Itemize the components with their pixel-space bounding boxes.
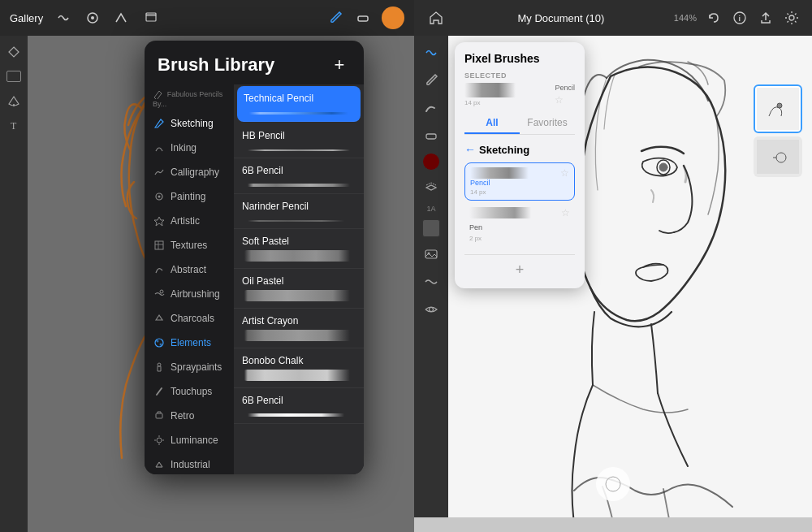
- brush-item-bonobo-chalk[interactable]: Bonobo Chalk: [234, 348, 364, 388]
- pb-stroke-pen: [469, 207, 534, 218]
- pixel-brushes-panel: Pixel Brushes SELECTED 14 px Pencil ☆ Al…: [455, 42, 585, 288]
- pb-brush-pencil[interactable]: ☆ Pencil 14 px: [464, 162, 575, 201]
- pen-favorite-star[interactable]: ☆: [561, 207, 570, 218]
- fabulous-pencils-item[interactable]: Fabulous Pencils By...: [145, 84, 234, 111]
- category-inking[interactable]: Inking: [145, 136, 234, 160]
- share-button[interactable]: [757, 9, 775, 27]
- textures-icon: [153, 239, 166, 252]
- home-button[interactable]: [425, 7, 447, 28]
- pixel-brushes-title: Pixel Brushes: [464, 52, 575, 65]
- tab-favorites[interactable]: Favorites: [520, 113, 575, 134]
- category-label: Luminance: [171, 435, 218, 446]
- layers-icon[interactable]: [142, 9, 160, 27]
- tab-all[interactable]: All: [464, 113, 520, 134]
- category-calligraphy[interactable]: Calligraphy: [145, 160, 234, 184]
- svg-point-16: [160, 290, 163, 293]
- brush-tool-icon[interactable]: [84, 9, 102, 27]
- category-industrial[interactable]: Industrial: [145, 452, 234, 474]
- circle-home-button[interactable]: [596, 467, 630, 501]
- pb-back-row: ← Sketching: [464, 143, 575, 156]
- undo-button[interactable]: [705, 9, 723, 27]
- document-title: My Document (10): [517, 12, 604, 24]
- brush-name: Soft Pastel: [242, 236, 356, 247]
- pencil-favorite-star[interactable]: ☆: [560, 167, 569, 179]
- left-panel: Gallery: [0, 0, 414, 532]
- brush-stroke-preview: [242, 413, 356, 417]
- pb-stroke-pencil: [470, 167, 535, 179]
- selected-stroke-preview: [464, 83, 521, 97]
- color-swatch-dark[interactable]: [422, 153, 440, 171]
- brush-item-technical-pencil[interactable]: Technical Pencil: [237, 86, 361, 122]
- brush-item-hb-pencil[interactable]: HB Pencil: [234, 123, 364, 158]
- color-swatch-gray[interactable]: [422, 219, 440, 237]
- category-artistic[interactable]: Artistic: [145, 209, 234, 233]
- pb-brush-pen[interactable]: ☆ Pen 2 px: [464, 203, 575, 246]
- bottom-bar: [414, 517, 812, 532]
- svg-point-37: [659, 163, 667, 171]
- brush-item-6b-pencil[interactable]: 6B Pencil: [234, 158, 364, 194]
- category-sketching[interactable]: Sketching: [145, 111, 234, 136]
- favorite-star[interactable]: ☆: [555, 94, 564, 106]
- right-canvas[interactable]: 1A: [414, 36, 812, 517]
- category-retro[interactable]: Retro: [145, 404, 234, 428]
- brush-item-artist-crayon[interactable]: Artist Crayon: [234, 309, 364, 348]
- svg-rect-40: [757, 140, 799, 174]
- category-label: Inking: [171, 142, 197, 154]
- rt-modify-icon[interactable]: [421, 42, 442, 63]
- sketching-icon: [153, 117, 166, 130]
- brush-item-6b-pencil-2[interactable]: 6B Pencil: [234, 388, 364, 424]
- brush-stroke-preview: [242, 149, 356, 151]
- back-arrow-icon[interactable]: ←: [464, 143, 476, 156]
- rt-wave-icon[interactable]: [421, 271, 442, 292]
- category-painting[interactable]: Painting: [145, 184, 234, 209]
- pb-add-button[interactable]: +: [516, 262, 525, 279]
- smudge-icon[interactable]: [113, 9, 131, 27]
- category-touchups[interactable]: Touchups: [145, 379, 234, 404]
- selection-icon[interactable]: [4, 67, 24, 86]
- category-label: Touchups: [171, 386, 212, 397]
- info-button[interactable]: i: [731, 9, 749, 27]
- category-spraypaints[interactable]: Spraypaints: [145, 355, 234, 379]
- widget-thumbnail-secondary[interactable]: [754, 136, 802, 177]
- pb-tabs: All Favorites: [464, 113, 575, 135]
- modify-icon[interactable]: [54, 9, 72, 27]
- brush-stroke-preview: [242, 220, 356, 222]
- rt-eraser-icon[interactable]: [421, 125, 442, 146]
- right-tool-strip: 1A: [414, 36, 448, 517]
- add-brush-button[interactable]: +: [328, 54, 351, 76]
- category-label: Calligraphy: [171, 167, 219, 178]
- active-brush-icon[interactable]: [326, 9, 344, 27]
- brush-name: 6B Pencil: [242, 395, 356, 406]
- transform-icon[interactable]: [4, 42, 24, 62]
- pb-add-row: +: [464, 254, 575, 279]
- eraser-icon[interactable]: [354, 9, 372, 27]
- rt-brush-icon[interactable]: [421, 70, 442, 91]
- rt-layers-icon[interactable]: [421, 177, 442, 198]
- brush-item-narinder-pencil[interactable]: Narinder Pencil: [234, 194, 364, 229]
- pb-pen-size: 2 px: [469, 235, 570, 242]
- rt-image-icon[interactable]: [421, 244, 442, 265]
- fill-icon[interactable]: [4, 91, 24, 110]
- category-luminance[interactable]: Luminance: [145, 428, 234, 452]
- text-icon[interactable]: T: [4, 115, 24, 135]
- svg-point-19: [160, 344, 162, 346]
- brush-name: Technical Pencil: [244, 93, 354, 104]
- touchups-icon: [153, 385, 166, 398]
- widget-thumbnail-selected[interactable]: [754, 84, 802, 133]
- gallery-button[interactable]: Gallery: [10, 12, 43, 24]
- settings-button[interactable]: [783, 9, 801, 27]
- rt-eye-icon[interactable]: [421, 299, 442, 320]
- category-charcoals[interactable]: Charcoals: [145, 306, 234, 331]
- category-textures[interactable]: Textures: [145, 233, 234, 257]
- category-label: Textures: [171, 240, 207, 251]
- category-elements[interactable]: Elements: [145, 331, 234, 355]
- category-abstract[interactable]: Abstract: [145, 257, 234, 282]
- category-label: Artistic: [171, 215, 200, 227]
- category-label: Sketching: [171, 118, 214, 129]
- calligraphy-icon: [153, 166, 166, 179]
- rt-smudge-icon[interactable]: [421, 97, 442, 119]
- color-picker[interactable]: [382, 6, 404, 29]
- category-airbrushing[interactable]: Airbrushing: [145, 282, 234, 306]
- brush-item-oil-pastel[interactable]: Oil Pastel: [234, 269, 364, 309]
- brush-item-soft-pastel[interactable]: Soft Pastel: [234, 229, 364, 269]
